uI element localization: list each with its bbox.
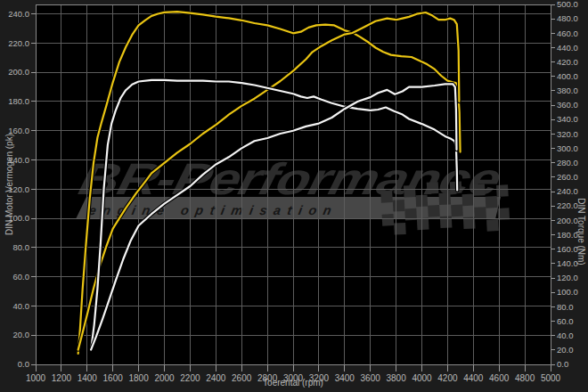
checker-cell <box>427 182 439 194</box>
right-tick-label: 480.0 <box>557 13 578 23</box>
checker-cell <box>380 191 393 203</box>
x-tick-label: 3800 <box>386 373 406 383</box>
right-tick-label: 220.0 <box>557 200 578 210</box>
grid-lines <box>36 4 551 364</box>
left-tick-label: 20.0 <box>13 330 30 339</box>
right-tick-label: 420.0 <box>557 57 578 67</box>
right-tick-label: 20.0 <box>557 345 574 355</box>
dyno-chart-canvas: BR-Performance engine optimisation 0.020… <box>0 0 588 392</box>
checker-cell <box>404 185 416 198</box>
x-tick-label: 1000 <box>26 373 46 383</box>
checker-cell <box>451 205 463 217</box>
x-tick-label: 5000 <box>541 373 561 383</box>
right-tick-label: 400.0 <box>557 71 578 81</box>
right-tick-label: 360.0 <box>557 100 578 110</box>
right-tick-label: 460.0 <box>557 29 578 38</box>
checker-cell <box>486 219 499 232</box>
right-tick-label: 300.0 <box>557 143 578 153</box>
x-tick-label: 2000 <box>154 373 175 383</box>
left-tick-label: 80.0 <box>13 242 30 252</box>
checker-cell <box>473 184 486 196</box>
checker-cell <box>496 184 509 197</box>
left-tick-label: 0.0 <box>18 359 29 369</box>
x-tick-label: 2400 <box>206 373 226 383</box>
left-tick-label: 40.0 <box>13 301 30 311</box>
right-tick-label: 40.0 <box>557 331 574 340</box>
x-tick-label: 1200 <box>52 373 72 383</box>
right-tick-label: 380.0 <box>557 86 578 95</box>
right-tick-label: 60.0 <box>557 316 574 326</box>
right-tick-label: 340.0 <box>557 114 578 124</box>
right-tick-label: 120.0 <box>557 273 578 282</box>
checker-cell <box>428 205 440 217</box>
x-tick-label: 2200 <box>180 373 200 383</box>
x-tick-label: 2600 <box>232 373 252 383</box>
right-tick-label: 440.0 <box>557 43 578 53</box>
checker-cell <box>474 207 486 219</box>
right-tick-label: 0.0 <box>557 359 568 369</box>
x-tick-label: 3600 <box>361 373 381 383</box>
checker-cell <box>462 193 475 206</box>
left-tick-label: 200.0 <box>8 67 29 77</box>
x-tick-label: 4800 <box>515 373 535 383</box>
left-tick-label: 180.0 <box>8 96 29 106</box>
right-tick-label: 80.0 <box>557 302 574 312</box>
x-tick-label: 4400 <box>463 373 484 383</box>
right-tick-label: 200.0 <box>557 216 578 225</box>
right-tick-label: 160.0 <box>557 244 578 254</box>
checker-cell <box>486 196 498 208</box>
x-tick-label: 1800 <box>128 373 149 383</box>
checker-cell <box>393 200 405 212</box>
x-tick-label: 1600 <box>103 373 124 383</box>
checker-cell <box>382 214 395 226</box>
right-tick-label: 180.0 <box>557 230 578 240</box>
x-tick-label: 1400 <box>78 373 98 383</box>
right-tick-label: 100.0 <box>557 287 578 297</box>
left-tick-label: 60.0 <box>13 272 30 282</box>
x-tick-label: 4200 <box>437 373 458 383</box>
left-tick-label: 240.0 <box>8 9 29 19</box>
x-tick-label: 4600 <box>489 373 510 383</box>
right-axis-title: DIN Torque (Nm) <box>576 198 586 265</box>
left-axis-title: DIN Motor Vermogen (pk) <box>4 134 14 235</box>
right-tick-label: 260.0 <box>557 172 578 182</box>
right-tick-label: 280.0 <box>557 158 578 167</box>
checker-cell <box>417 218 429 231</box>
dyno-chart: BR-Performance engine optimisation 0.020… <box>0 0 588 392</box>
x-tick-label: 3400 <box>335 373 355 383</box>
x-tick-label: 4000 <box>412 373 432 383</box>
right-tick-label: 240.0 <box>557 186 578 196</box>
left-tick-label: 220.0 <box>8 38 29 48</box>
right-tick-label: 140.0 <box>557 258 578 268</box>
x-axis-title: Toerental (rpm) <box>263 378 323 388</box>
checker-cell <box>438 192 451 205</box>
checker-cell <box>440 216 453 228</box>
right-tick-label: 500.0 <box>557 0 578 9</box>
right-tick-label: 320.0 <box>557 129 578 139</box>
